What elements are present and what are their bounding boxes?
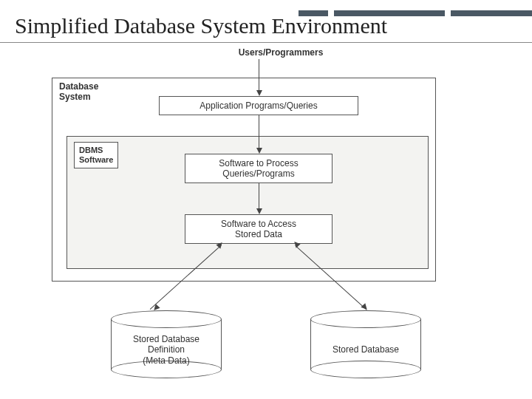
- access-box: Software to Access Stored Data: [185, 214, 332, 244]
- arrow-app-process: [259, 115, 259, 149]
- arrow-head-icon: [256, 208, 262, 214]
- db-system-label: Database System: [59, 81, 118, 103]
- arrow-users-app: [259, 59, 259, 92]
- metadata-label: Stored Database Definition (Meta Data): [111, 334, 222, 366]
- database-cylinder: Stored Database: [310, 310, 421, 378]
- arrow-process-access: [259, 183, 259, 210]
- dbms-label: DBMS Software: [74, 142, 118, 168]
- app-programs-box: Application Programs/Queries: [159, 96, 358, 115]
- database-label: Stored Database: [310, 344, 421, 355]
- diagram-area: Users/Programmers Database System Applic…: [44, 44, 473, 399]
- users-label: Users/Programmers: [214, 47, 347, 58]
- arrow-head-icon: [256, 90, 262, 96]
- process-box: Software to Process Queries/Programs: [185, 154, 332, 183]
- title-bar: Simplified Database System Environment: [0, 0, 532, 43]
- page-title: Simplified Database System Environment: [15, 13, 387, 38]
- metadata-cylinder: Stored Database Definition (Meta Data): [111, 310, 222, 378]
- arrow-head-icon: [256, 148, 262, 154]
